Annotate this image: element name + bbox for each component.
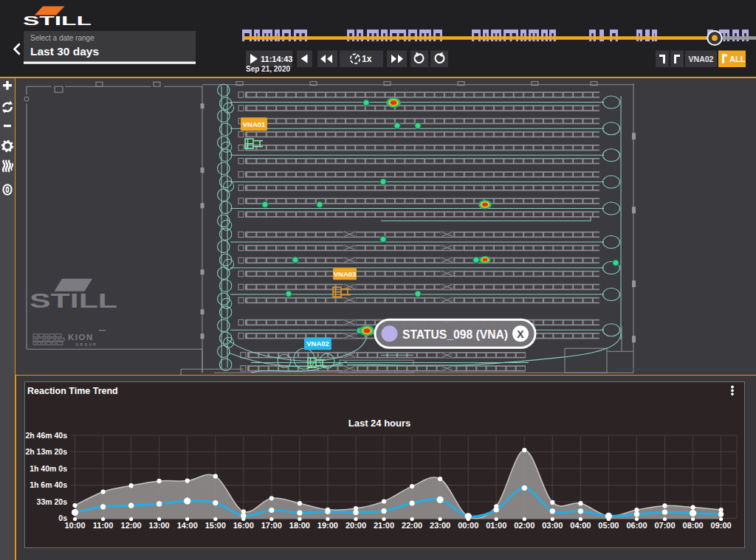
svg-text:Sep 21, 2020: Sep 21, 2020 — [246, 65, 290, 73]
svg-text:15:00: 15:00 — [205, 521, 226, 530]
svg-text:ALL: ALL — [729, 55, 746, 63]
svg-text:18:00: 18:00 — [289, 521, 310, 530]
svg-text:Select a date range: Select a date range — [30, 34, 94, 42]
svg-text:X: X — [517, 328, 524, 339]
svg-text:00:00: 00:00 — [458, 521, 478, 530]
svg-text:23:00: 23:00 — [430, 521, 450, 530]
svg-text:19:00: 19:00 — [317, 521, 338, 530]
svg-text:Reaction Time Trend: Reaction Time Trend — [27, 386, 118, 396]
svg-text:33m 20s: 33m 20s — [37, 497, 68, 506]
svg-text:VNA03: VNA03 — [334, 269, 357, 277]
svg-text:20:00: 20:00 — [346, 521, 366, 530]
svg-text:14:00: 14:00 — [177, 521, 198, 530]
svg-text:13:00: 13:00 — [149, 521, 170, 530]
svg-text:VNA02: VNA02 — [689, 55, 714, 63]
svg-text:1x: 1x — [362, 54, 372, 64]
svg-text:1h 6m 40s: 1h 6m 40s — [30, 480, 67, 489]
svg-text:17:00: 17:00 — [261, 521, 282, 530]
svg-text:12:00: 12:00 — [121, 521, 142, 530]
svg-text:Last 24 hours: Last 24 hours — [348, 418, 411, 429]
svg-text:1h 40m 0s: 1h 40m 0s — [30, 464, 67, 473]
svg-text:16:00: 16:00 — [233, 521, 254, 530]
svg-text:STILL: STILL — [30, 290, 117, 312]
svg-text:STILL: STILL — [23, 14, 92, 28]
svg-text:07:00: 07:00 — [654, 521, 675, 530]
svg-text:01:00: 01:00 — [486, 521, 506, 530]
svg-text:22:00: 22:00 — [402, 521, 422, 530]
svg-text:06:00: 06:00 — [626, 521, 647, 530]
svg-text:GROUP: GROUP — [76, 342, 97, 346]
svg-text:KION: KION — [68, 332, 94, 341]
svg-text:02:00: 02:00 — [514, 521, 535, 530]
svg-text:08:00: 08:00 — [683, 521, 704, 530]
svg-text:03:00: 03:00 — [542, 521, 563, 530]
svg-text:09:00: 09:00 — [711, 521, 732, 530]
svg-text:11:00: 11:00 — [93, 521, 114, 530]
svg-text:10:00: 10:00 — [64, 521, 85, 530]
svg-text:21:00: 21:00 — [374, 521, 394, 530]
svg-text:2h 46m 40s: 2h 46m 40s — [25, 431, 67, 440]
svg-text:STATUS_098 (VNA): STATUS_098 (VNA) — [402, 327, 508, 340]
svg-text:VNA02: VNA02 — [306, 339, 329, 348]
svg-text:VNA01: VNA01 — [243, 120, 266, 128]
svg-text:Last 30 days: Last 30 days — [30, 45, 99, 58]
svg-text:05:00: 05:00 — [598, 521, 619, 530]
svg-text:04:00: 04:00 — [570, 521, 591, 530]
svg-text:11:14:43: 11:14:43 — [261, 55, 292, 63]
svg-text:2h 13m 20s: 2h 13m 20s — [25, 447, 67, 456]
